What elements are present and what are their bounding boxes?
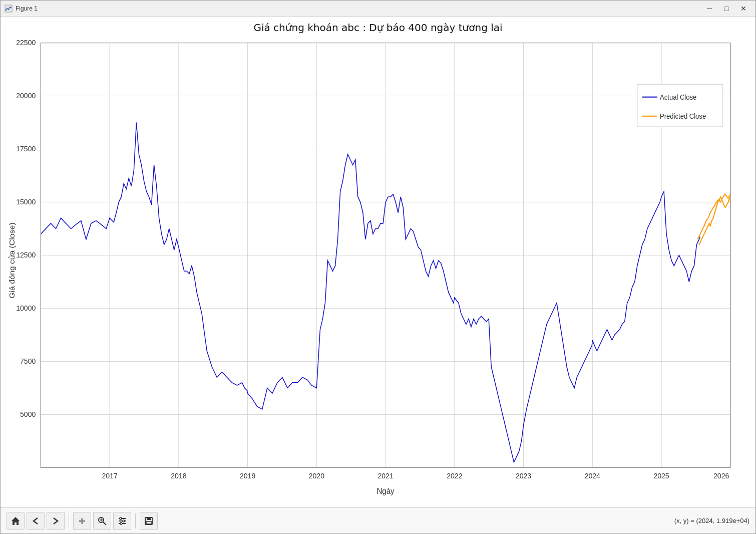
pan-button[interactable]: ✛ (73, 512, 91, 530)
save-icon (144, 516, 154, 526)
chart-title: Giá chứng khoán abc : Dự báo 400 ngày tư… (6, 22, 750, 34)
svg-text:✛: ✛ (79, 517, 85, 525)
svg-text:2021: 2021 (377, 471, 393, 479)
main-chart-svg: 22500 20000 17500 15000 12500 10000 7500… (6, 38, 750, 499)
svg-text:10000: 10000 (16, 304, 36, 312)
minimize-button[interactable]: ─ (701, 2, 717, 16)
svg-point-56 (123, 520, 125, 522)
svg-text:Predicted Close: Predicted Close (660, 113, 706, 120)
svg-text:2026: 2026 (713, 471, 729, 479)
chart-container: Giá chứng khoán abc : Dự báo 400 ngày tư… (1, 17, 755, 507)
toolbar-coordinates: (x, y) = (2024, 1.919e+04) (674, 517, 749, 524)
svg-text:2025: 2025 (653, 471, 669, 479)
close-button[interactable]: ✕ (735, 2, 751, 16)
svg-line-49 (103, 522, 106, 525)
svg-text:2020: 2020 (309, 471, 324, 479)
zoom-button[interactable] (93, 512, 111, 530)
forward-button[interactable] (47, 512, 65, 530)
svg-text:17500: 17500 (16, 144, 36, 152)
toolbar: ✛ (1, 507, 755, 533)
configure-button[interactable] (113, 512, 131, 530)
svg-text:5000: 5000 (20, 410, 36, 418)
svg-text:2024: 2024 (585, 471, 600, 479)
home-button[interactable] (7, 512, 25, 530)
svg-text:2023: 2023 (516, 471, 531, 479)
configure-icon (117, 516, 127, 526)
window: Figure 1 ─ □ ✕ Giá chứng khoán abc : Dự … (0, 0, 756, 534)
svg-text:Ngày: Ngày (376, 487, 394, 495)
app-icon (5, 5, 13, 13)
titlebar: Figure 1 ─ □ ✕ (1, 1, 755, 17)
separator-1 (69, 513, 69, 528)
svg-rect-60 (146, 521, 151, 524)
svg-text:7500: 7500 (20, 357, 36, 365)
svg-text:Giá đóng cửa (Close): Giá đóng cửa (Close) (8, 222, 16, 299)
svg-text:2018: 2018 (171, 471, 186, 479)
svg-text:2017: 2017 (102, 471, 117, 479)
svg-marker-46 (12, 517, 20, 525)
pan-icon: ✛ (77, 516, 87, 526)
toolbar-left: ✛ (7, 512, 158, 530)
zoom-icon (97, 516, 107, 526)
chart-area: 22500 20000 17500 15000 12500 10000 7500… (6, 38, 750, 499)
svg-text:2019: 2019 (240, 471, 255, 479)
back-button[interactable] (27, 512, 45, 530)
forward-icon (51, 516, 61, 526)
svg-point-57 (120, 522, 122, 524)
separator-2 (135, 513, 136, 528)
save-button[interactable] (140, 512, 158, 530)
back-icon (31, 516, 41, 526)
svg-rect-40 (637, 84, 723, 127)
svg-text:12500: 12500 (16, 250, 36, 258)
titlebar-controls: ─ □ ✕ (701, 2, 751, 16)
maximize-button[interactable]: □ (718, 2, 734, 16)
titlebar-left: Figure 1 (5, 5, 38, 13)
svg-rect-0 (5, 5, 12, 12)
svg-text:2022: 2022 (447, 471, 462, 479)
svg-text:Actual Close: Actual Close (660, 94, 696, 101)
svg-point-55 (120, 517, 122, 519)
svg-text:22500: 22500 (16, 38, 36, 46)
home-icon (11, 516, 21, 526)
window-title: Figure 1 (16, 5, 38, 12)
svg-text:20000: 20000 (16, 91, 36, 99)
svg-rect-59 (147, 517, 151, 520)
svg-text:15000: 15000 (16, 197, 36, 205)
